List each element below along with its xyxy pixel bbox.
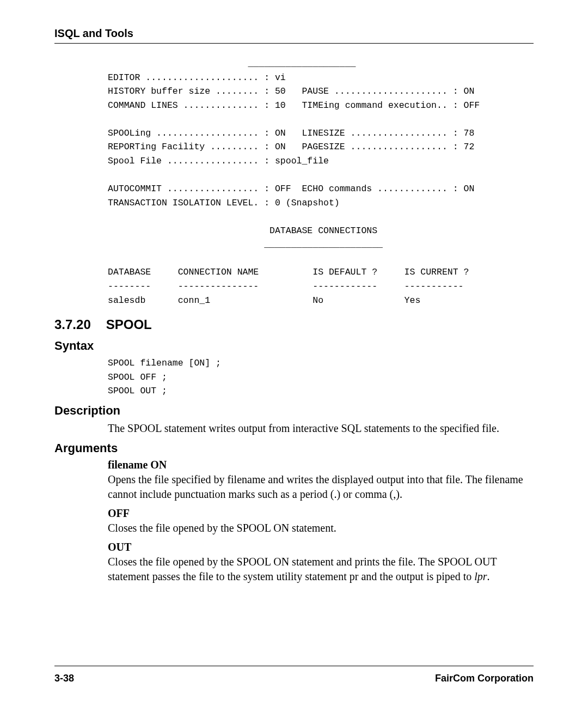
syntax-heading: Syntax xyxy=(54,339,534,353)
settings-output-block: ____________________ EDITOR ............… xyxy=(108,57,534,307)
arg-out-text-post: . xyxy=(487,570,490,582)
page-header: ISQL and Tools xyxy=(54,27,534,40)
arg-out-text-pre: Closes the file opened by the SPOOL ON s… xyxy=(108,556,497,582)
header-rule xyxy=(54,43,534,44)
footer-rule xyxy=(54,666,534,666)
arg-filename-on-text: Opens the file specified by filename and… xyxy=(108,472,534,502)
section-number: 3.7.20 xyxy=(54,317,91,332)
page-number: 3-38 xyxy=(54,673,74,684)
arguments-heading: Arguments xyxy=(54,441,534,455)
description-text: The SPOOL statement writes output from i… xyxy=(108,421,534,436)
arg-out-text: Closes the file opened by the SPOOL ON s… xyxy=(108,555,534,584)
description-heading: Description xyxy=(54,404,534,418)
page-footer: 3-38 FairCom Corporation xyxy=(54,671,534,684)
footer-company: FairCom Corporation xyxy=(435,673,534,684)
section-heading: 3.7.20 SPOOL xyxy=(54,317,534,332)
arg-filename-on-head: filename ON xyxy=(108,459,534,471)
syntax-code: SPOOL filename [ON] ; SPOOL OFF ; SPOOL … xyxy=(108,356,534,398)
arg-off-head: OFF xyxy=(108,507,534,520)
arg-out-head: OUT xyxy=(108,541,534,553)
section-title: SPOOL xyxy=(106,317,152,332)
arg-off-text: Closes the file opened by the SPOOL ON s… xyxy=(108,521,534,535)
arg-out-text-italic: lpr xyxy=(474,570,487,582)
